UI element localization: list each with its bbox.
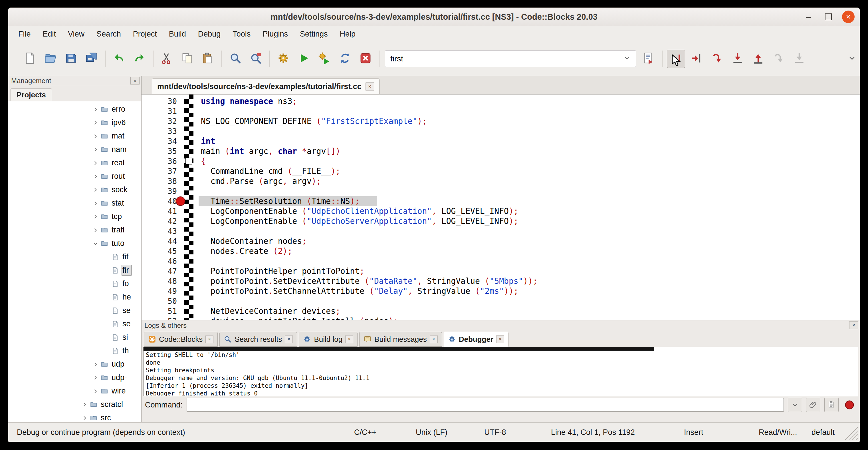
run-to-cursor-button[interactable]	[687, 50, 706, 68]
line-number[interactable]: 41	[142, 206, 182, 216]
maximize-button[interactable]	[822, 10, 835, 23]
line-number[interactable]: 47	[142, 266, 182, 276]
line-number[interactable]: 44	[142, 236, 182, 246]
logs-close-icon[interactable]: ×	[849, 321, 858, 329]
tree-item-udp[interactable]: udp	[8, 358, 141, 371]
close-tab-icon[interactable]: ×	[496, 335, 504, 343]
chevron-right-icon[interactable]	[92, 388, 99, 395]
fold-marker-icon[interactable]	[185, 158, 192, 164]
code-editor[interactable]: 30using namespace ns3;3132NS_LOG_COMPONE…	[141, 94, 860, 320]
command-input[interactable]	[187, 398, 784, 412]
menu-plugins[interactable]: Plugins	[256, 26, 294, 42]
tree-item-tuto[interactable]: tuto	[8, 237, 141, 250]
line-number[interactable]: 39	[142, 186, 182, 196]
chevron-right-icon[interactable]	[92, 173, 99, 180]
clipboard-icon[interactable]	[824, 398, 839, 412]
tree-item-nam[interactable]: nam	[8, 143, 141, 156]
tree-item-real[interactable]: real	[8, 156, 141, 170]
menu-view[interactable]: View	[62, 26, 90, 42]
line-number[interactable]: 42	[142, 216, 182, 226]
chevron-right-icon[interactable]	[81, 401, 88, 408]
next-instruction-button[interactable]	[770, 50, 788, 68]
line-number[interactable]: 45	[142, 246, 182, 256]
tree-item-se[interactable]: se	[8, 317, 141, 331]
line-number[interactable]: 46	[142, 256, 182, 266]
paste-button[interactable]	[199, 50, 217, 68]
chevron-right-icon[interactable]	[92, 133, 99, 140]
close-button[interactable]: ×	[842, 10, 855, 23]
chevron-right-icon[interactable]	[92, 227, 99, 234]
tree-item-th[interactable]: th	[8, 344, 141, 358]
save-button[interactable]	[62, 50, 80, 68]
build-target-info-button[interactable]	[640, 50, 658, 68]
line-number[interactable]: 33	[142, 126, 182, 136]
menu-debug[interactable]: Debug	[192, 26, 227, 42]
run-button[interactable]	[295, 50, 313, 68]
line-number[interactable]: 49	[142, 286, 182, 296]
logs-tab-code-blocks[interactable]: Code::Blocks×	[144, 332, 218, 347]
find-button[interactable]	[226, 50, 245, 68]
tree-item-scratcl[interactable]: scratcl	[8, 398, 141, 411]
line-number[interactable]: 51	[142, 306, 182, 316]
undo-button[interactable]	[110, 50, 128, 68]
chevron-right-icon[interactable]	[92, 146, 99, 153]
tree-item-trafl[interactable]: trafl	[8, 223, 141, 237]
tree-item-si[interactable]: si	[8, 331, 141, 344]
chevron-right-icon[interactable]	[92, 186, 99, 193]
tree-item-sock[interactable]: sock	[8, 183, 141, 197]
line-number[interactable]: 32	[142, 116, 182, 126]
close-tab-icon[interactable]: ×	[345, 335, 353, 343]
close-tab-icon[interactable]: ×	[430, 335, 438, 343]
abort-button[interactable]	[356, 50, 375, 68]
chevron-right-icon[interactable]	[81, 415, 88, 421]
step-into-instruction-button[interactable]	[790, 50, 808, 68]
step-out-button[interactable]	[749, 50, 767, 68]
line-number[interactable]: 43	[142, 226, 182, 236]
chevron-right-icon[interactable]	[92, 106, 99, 113]
line-number[interactable]: 37	[142, 166, 182, 176]
logs-tab-search-results[interactable]: Search results×	[219, 332, 297, 347]
toolbar-overflow-chevron-icon[interactable]	[848, 54, 856, 64]
tree-item-he[interactable]: he	[8, 290, 141, 304]
menu-file[interactable]: File	[12, 26, 37, 42]
menu-build[interactable]: Build	[163, 26, 192, 42]
copy-button[interactable]	[178, 50, 196, 68]
new-file-button[interactable]	[21, 50, 39, 68]
tree-item-wire[interactable]: wire	[8, 384, 141, 398]
line-number[interactable]: 40	[142, 196, 182, 206]
tree-item-udp-[interactable]: udp-	[8, 371, 141, 384]
management-close-icon[interactable]: ×	[130, 77, 140, 85]
line-number[interactable]: 34	[142, 136, 182, 146]
close-tab-icon[interactable]: ×	[206, 335, 213, 343]
line-number[interactable]: 30	[142, 96, 182, 106]
build-and-run-button[interactable]	[315, 50, 334, 68]
titlebar[interactable]: mnt/dev/tools/source/ns-3-dev/examples/t…	[8, 8, 860, 26]
chevron-right-icon[interactable]	[92, 119, 99, 126]
line-number[interactable]: 38	[142, 176, 182, 186]
tree-item-fir[interactable]: fir	[8, 264, 141, 277]
chevron-down-icon[interactable]	[92, 240, 99, 247]
open-file-button[interactable]	[41, 50, 60, 68]
menu-settings[interactable]: Settings	[294, 26, 334, 42]
menu-tools[interactable]: Tools	[226, 26, 256, 42]
tree-item-src[interactable]: src	[8, 411, 141, 423]
combo-chevron-down-icon[interactable]	[623, 54, 630, 64]
logs-tab-build-messages[interactable]: Build messages×	[359, 332, 442, 347]
tree-item-fo[interactable]: fo	[8, 277, 141, 290]
line-number[interactable]: 35	[142, 146, 182, 156]
tree-item-se[interactable]: se	[8, 304, 141, 317]
close-tab-icon[interactable]: ×	[285, 335, 293, 343]
replace-button[interactable]	[247, 50, 265, 68]
save-all-button[interactable]	[83, 50, 101, 68]
command-dropdown-button[interactable]	[788, 398, 802, 412]
chevron-right-icon[interactable]	[92, 200, 99, 207]
resize-grip[interactable]	[843, 425, 858, 440]
breakpoint-marker[interactable]	[176, 197, 185, 206]
build-button[interactable]	[274, 50, 292, 68]
minimize-button[interactable]: –	[802, 10, 815, 23]
attach-icon[interactable]	[806, 398, 820, 412]
tree-item-erro[interactable]: erro	[8, 102, 141, 116]
tree-item-rout[interactable]: rout	[8, 170, 141, 183]
chevron-right-icon[interactable]	[92, 361, 99, 368]
tab-projects[interactable]: Projects	[10, 89, 52, 101]
